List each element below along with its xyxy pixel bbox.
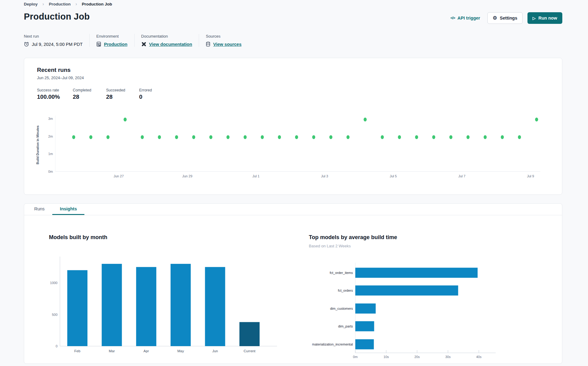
stat-success-rate: Success rate 100.00% [37,88,73,100]
top-models-chart-subtitle: Based on Last 2 Weeks [309,244,351,248]
meta-environment: Environment Production [90,34,135,47]
models-built-chart-title: Models built by month [49,234,107,241]
stat-errored: Errored 0 [139,88,152,100]
svg-text:500: 500 [52,313,57,316]
svg-text:fct_orders: fct_orders [338,289,353,292]
meta-sources: Sources View sources [199,34,248,47]
code-icon: </> [450,16,455,20]
run-now-button[interactable]: ▷ Run now [527,12,562,24]
job-meta-row: Next run Jul 9, 2024, 5:00 PM PDT Enviro… [24,34,248,47]
source-stack-icon [206,42,210,47]
breadcrumb-production[interactable]: Production [49,2,71,6]
header-actions: </> API trigger ⚙ Settings ▷ Run now [450,12,562,24]
top-models-bar-chart: 0m10s20s30s40sfct_order_itemsfct_ordersd… [312,260,563,361]
svg-text:May: May [177,349,184,353]
svg-text:1000: 1000 [50,281,57,285]
svg-text:40s: 40s [476,355,482,359]
svg-text:fct_order_items: fct_order_items [330,271,353,275]
breadcrumb: Deploy › Production › Production Job [24,2,112,6]
svg-text:0: 0 [56,344,57,348]
dbt-docs-icon [141,42,146,47]
run-now-label: Run now [538,16,557,20]
documentation-label: Documentation [141,34,192,39]
svg-text:Jul 9: Jul 9 [527,174,534,178]
view-sources-link[interactable]: View sources [213,42,241,47]
svg-text:0m: 0m [48,170,53,173]
svg-text:0m: 0m [353,355,357,359]
breadcrumb-production-job: Production Job [82,2,112,6]
tab-bar: Runs Insights [24,204,562,215]
models-built-bar-chart: 05001000FebMarAprMayJunCurrent [49,251,294,357]
gear-icon: ⚙ [493,16,497,20]
svg-text:20s: 20s [414,355,420,359]
svg-text:dim_parts: dim_parts [338,324,353,328]
svg-text:30s: 30s [445,355,451,359]
svg-text:Build Duration in Minutes: Build Duration in Minutes [36,125,39,164]
svg-text:Jul 7: Jul 7 [458,174,465,178]
svg-text:Apr: Apr [143,349,149,353]
meta-documentation: Documentation View documentation [135,34,199,47]
page-title: Production Job [24,12,90,22]
svg-text:Jun 29: Jun 29 [182,174,192,178]
recent-runs-date-range: Jun 25, 2024–Jul 09, 2024 [37,76,84,80]
job-detail-card: Runs Insights Models built by month 0500… [24,203,562,364]
sources-label: Sources [206,34,241,39]
chevron-right-icon: › [43,2,44,6]
svg-text:Jul 1: Jul 1 [252,174,259,178]
meta-next-run: Next run Jul 9, 2024, 5:00 PM PDT [24,34,90,47]
svg-text:3m: 3m [48,117,53,120]
svg-text:1m: 1m [48,152,53,156]
next-run-value: Jul 9, 2024, 5:00 PM PDT [32,42,83,47]
breadcrumb-deploy[interactable]: Deploy [24,2,38,6]
view-documentation-link[interactable]: View documentation [149,42,192,47]
svg-text:2m: 2m [48,135,53,138]
recent-runs-card: Recent runs Jun 25, 2024–Jul 09, 2024 Su… [24,58,562,195]
svg-text:Jun 27: Jun 27 [113,174,124,178]
svg-text:Jul 5: Jul 5 [390,174,397,178]
tab-insights[interactable]: Insights [52,204,85,215]
svg-text:materialization_incremental: materialization_incremental [312,342,353,346]
environment-link[interactable]: Production [104,42,128,47]
svg-text:10s: 10s [383,355,389,359]
svg-text:Current: Current [244,349,256,353]
alarm-clock-icon [24,42,29,47]
recent-runs-stats: Success rate 100.00% Completed 28 Succee… [37,88,152,100]
settings-label: Settings [500,16,517,20]
svg-text:Jul 3: Jul 3 [321,174,328,178]
api-trigger-link[interactable]: </> API trigger [450,16,480,20]
api-trigger-label: API trigger [457,16,480,20]
next-run-label: Next run [24,34,83,39]
top-models-chart-title: Top models by average build time [309,234,397,241]
recent-runs-title: Recent runs [37,67,71,73]
build-duration-scatter-chart: 0m1m2m3mBuild Duration in MinutesJun 27J… [24,110,563,183]
svg-text:Feb: Feb [74,349,80,353]
svg-text:Jun: Jun [212,349,218,353]
settings-button[interactable]: ⚙ Settings [487,12,523,24]
database-icon [96,42,101,47]
tab-runs[interactable]: Runs [27,204,52,215]
stat-completed: Completed 28 [73,88,106,100]
environment-label: Environment [96,34,128,39]
play-icon: ▷ [533,16,536,20]
production-job-page: Deploy › Production › Production Job Pro… [0,0,588,366]
svg-text:Mar: Mar [109,349,115,353]
svg-text:dim_customers: dim_customers [330,307,353,310]
chevron-right-icon: › [76,2,77,6]
stat-succeeded: Succeeded 28 [106,88,139,100]
